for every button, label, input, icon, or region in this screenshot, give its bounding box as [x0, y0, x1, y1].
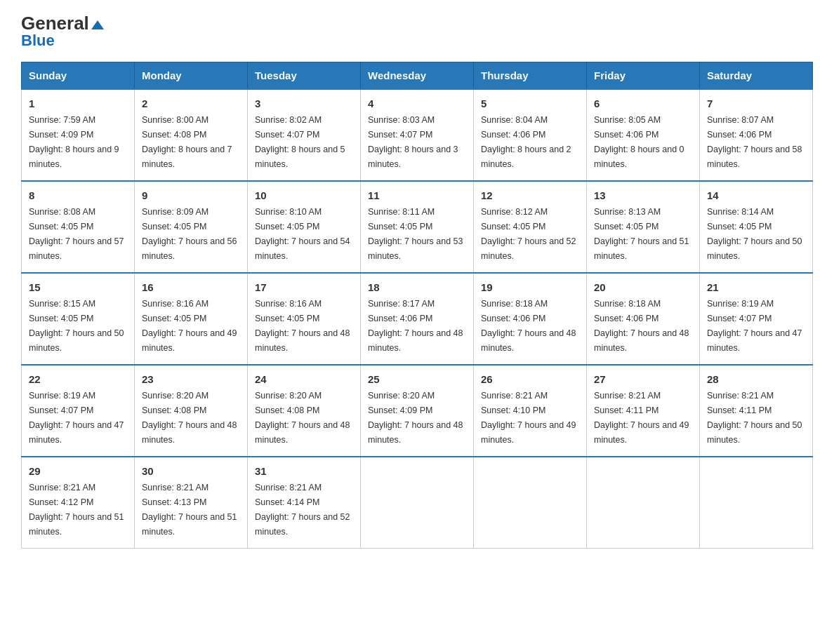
calendar-cell: 28Sunrise: 8:21 AMSunset: 4:11 PMDayligh… [700, 365, 813, 457]
calendar-cell: 21Sunrise: 8:19 AMSunset: 4:07 PMDayligh… [700, 273, 813, 365]
calendar-cell [474, 457, 587, 548]
day-number: 3 [255, 95, 353, 112]
day-info: Sunrise: 8:14 AMSunset: 4:05 PMDaylight:… [707, 207, 802, 261]
calendar-cell: 4Sunrise: 8:03 AMSunset: 4:07 PMDaylight… [361, 89, 474, 181]
calendar-week-row: 8Sunrise: 8:08 AMSunset: 4:05 PMDaylight… [22, 181, 813, 273]
calendar-cell: 3Sunrise: 8:02 AMSunset: 4:07 PMDaylight… [248, 89, 361, 181]
day-number: 31 [255, 463, 353, 479]
day-info: Sunrise: 8:18 AMSunset: 4:06 PMDaylight:… [481, 299, 576, 353]
calendar-cell: 15Sunrise: 8:15 AMSunset: 4:05 PMDayligh… [22, 273, 135, 365]
day-info: Sunrise: 8:19 AMSunset: 4:07 PMDaylight:… [707, 299, 802, 353]
day-info: Sunrise: 8:20 AMSunset: 4:08 PMDaylight:… [142, 391, 237, 445]
day-info: Sunrise: 8:20 AMSunset: 4:09 PMDaylight:… [368, 391, 463, 445]
day-info: Sunrise: 8:07 AMSunset: 4:06 PMDaylight:… [707, 115, 802, 169]
weekday-header-wednesday: Wednesday [361, 62, 474, 90]
calendar-cell [361, 457, 474, 548]
day-info: Sunrise: 8:21 AMSunset: 4:13 PMDaylight:… [142, 483, 237, 537]
calendar-cell: 19Sunrise: 8:18 AMSunset: 4:06 PMDayligh… [474, 273, 587, 365]
calendar-cell: 12Sunrise: 8:12 AMSunset: 4:05 PMDayligh… [474, 181, 587, 273]
calendar-cell: 31Sunrise: 8:21 AMSunset: 4:14 PMDayligh… [248, 457, 361, 548]
calendar-table: SundayMondayTuesdayWednesdayThursdayFrid… [21, 62, 813, 549]
weekday-header-friday: Friday [587, 62, 700, 90]
calendar-cell: 17Sunrise: 8:16 AMSunset: 4:05 PMDayligh… [248, 273, 361, 365]
day-number: 22 [29, 371, 127, 387]
day-info: Sunrise: 8:08 AMSunset: 4:05 PMDaylight:… [29, 207, 124, 261]
calendar-cell: 6Sunrise: 8:05 AMSunset: 4:06 PMDaylight… [587, 89, 700, 181]
day-info: Sunrise: 8:21 AMSunset: 4:14 PMDaylight:… [255, 483, 350, 537]
day-info: Sunrise: 8:21 AMSunset: 4:10 PMDaylight:… [481, 391, 576, 445]
day-info: Sunrise: 8:00 AMSunset: 4:08 PMDaylight:… [142, 115, 232, 169]
calendar-cell: 2Sunrise: 8:00 AMSunset: 4:08 PMDaylight… [135, 89, 248, 181]
day-number: 30 [142, 463, 240, 479]
calendar-cell: 8Sunrise: 8:08 AMSunset: 4:05 PMDaylight… [22, 181, 135, 273]
calendar-header-row: SundayMondayTuesdayWednesdayThursdayFrid… [22, 62, 813, 90]
day-number: 15 [29, 279, 127, 295]
day-number: 12 [481, 187, 579, 203]
weekday-header-thursday: Thursday [474, 62, 587, 90]
calendar-cell: 24Sunrise: 8:20 AMSunset: 4:08 PMDayligh… [248, 365, 361, 457]
calendar-week-row: 1Sunrise: 7:59 AMSunset: 4:09 PMDaylight… [22, 89, 813, 181]
weekday-header-saturday: Saturday [700, 62, 813, 90]
day-number: 24 [255, 371, 353, 387]
day-number: 25 [368, 371, 466, 387]
logo-text-line2: Blue [21, 32, 55, 49]
day-number: 26 [481, 371, 579, 387]
calendar-cell: 20Sunrise: 8:18 AMSunset: 4:06 PMDayligh… [587, 273, 700, 365]
day-number: 28 [707, 371, 805, 387]
day-number: 27 [594, 371, 692, 387]
day-info: Sunrise: 8:21 AMSunset: 4:11 PMDaylight:… [707, 391, 802, 445]
day-info: Sunrise: 8:10 AMSunset: 4:05 PMDaylight:… [255, 207, 350, 261]
day-info: Sunrise: 8:21 AMSunset: 4:11 PMDaylight:… [594, 391, 689, 445]
day-info: Sunrise: 8:20 AMSunset: 4:08 PMDaylight:… [255, 391, 350, 445]
day-info: Sunrise: 8:13 AMSunset: 4:05 PMDaylight:… [594, 207, 689, 261]
day-number: 19 [481, 279, 579, 295]
day-number: 1 [29, 95, 127, 112]
day-number: 9 [142, 187, 240, 203]
weekday-header-monday: Monday [135, 62, 248, 90]
calendar-cell: 10Sunrise: 8:10 AMSunset: 4:05 PMDayligh… [248, 181, 361, 273]
day-number: 8 [29, 187, 127, 203]
day-number: 21 [707, 279, 805, 295]
calendar-cell: 26Sunrise: 8:21 AMSunset: 4:10 PMDayligh… [474, 365, 587, 457]
calendar-week-row: 22Sunrise: 8:19 AMSunset: 4:07 PMDayligh… [22, 365, 813, 457]
day-info: Sunrise: 8:21 AMSunset: 4:12 PMDaylight:… [29, 483, 124, 537]
calendar-week-row: 29Sunrise: 8:21 AMSunset: 4:12 PMDayligh… [22, 457, 813, 548]
day-info: Sunrise: 8:04 AMSunset: 4:06 PMDaylight:… [481, 115, 571, 169]
day-number: 10 [255, 187, 353, 203]
calendar-cell: 11Sunrise: 8:11 AMSunset: 4:05 PMDayligh… [361, 181, 474, 273]
day-info: Sunrise: 8:17 AMSunset: 4:06 PMDaylight:… [368, 299, 463, 353]
calendar-cell: 22Sunrise: 8:19 AMSunset: 4:07 PMDayligh… [22, 365, 135, 457]
day-number: 18 [368, 279, 466, 295]
calendar-cell: 29Sunrise: 8:21 AMSunset: 4:12 PMDayligh… [22, 457, 135, 548]
day-number: 13 [594, 187, 692, 203]
calendar-cell: 18Sunrise: 8:17 AMSunset: 4:06 PMDayligh… [361, 273, 474, 365]
day-info: Sunrise: 8:16 AMSunset: 4:05 PMDaylight:… [255, 299, 350, 353]
day-number: 7 [707, 95, 805, 112]
day-info: Sunrise: 8:12 AMSunset: 4:05 PMDaylight:… [481, 207, 576, 261]
day-info: Sunrise: 8:11 AMSunset: 4:05 PMDaylight:… [368, 207, 463, 261]
calendar-cell: 5Sunrise: 8:04 AMSunset: 4:06 PMDaylight… [474, 89, 587, 181]
day-number: 20 [594, 279, 692, 295]
calendar-week-row: 15Sunrise: 8:15 AMSunset: 4:05 PMDayligh… [22, 273, 813, 365]
calendar-cell: 23Sunrise: 8:20 AMSunset: 4:08 PMDayligh… [135, 365, 248, 457]
calendar-cell: 25Sunrise: 8:20 AMSunset: 4:09 PMDayligh… [361, 365, 474, 457]
calendar-cell: 30Sunrise: 8:21 AMSunset: 4:13 PMDayligh… [135, 457, 248, 548]
weekday-header-sunday: Sunday [22, 62, 135, 90]
day-info: Sunrise: 8:02 AMSunset: 4:07 PMDaylight:… [255, 115, 345, 169]
day-number: 16 [142, 279, 240, 295]
day-number: 11 [368, 187, 466, 203]
calendar-cell: 14Sunrise: 8:14 AMSunset: 4:05 PMDayligh… [700, 181, 813, 273]
day-info: Sunrise: 8:16 AMSunset: 4:05 PMDaylight:… [142, 299, 237, 353]
day-info: Sunrise: 8:05 AMSunset: 4:06 PMDaylight:… [594, 115, 684, 169]
calendar-cell: 13Sunrise: 8:13 AMSunset: 4:05 PMDayligh… [587, 181, 700, 273]
calendar-cell [587, 457, 700, 548]
day-number: 2 [142, 95, 240, 112]
calendar-cell: 7Sunrise: 8:07 AMSunset: 4:06 PMDaylight… [700, 89, 813, 181]
day-number: 5 [481, 95, 579, 112]
day-number: 4 [368, 95, 466, 112]
day-number: 14 [707, 187, 805, 203]
logo: General Blue [21, 14, 104, 49]
day-info: Sunrise: 7:59 AMSunset: 4:09 PMDaylight:… [29, 115, 119, 169]
day-number: 29 [29, 463, 127, 479]
day-info: Sunrise: 8:09 AMSunset: 4:05 PMDaylight:… [142, 207, 237, 261]
